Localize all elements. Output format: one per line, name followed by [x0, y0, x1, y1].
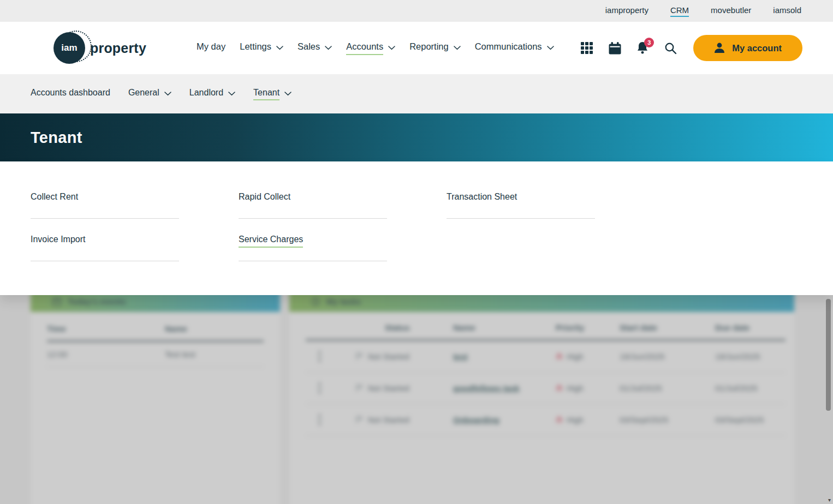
chevron-down-icon — [284, 92, 291, 96]
chevron-down-icon — [454, 46, 461, 50]
utility-link-iamproperty[interactable]: iamproperty — [605, 5, 648, 17]
chevron-down-icon — [164, 92, 171, 96]
scrollbar-down-arrow[interactable]: ▾ — [828, 497, 831, 503]
iamproperty-logo[interactable]: iam property — [53, 32, 146, 64]
nav-reporting-label: Reporting — [409, 41, 449, 55]
menu-item-label: Invoice Import — [31, 235, 85, 248]
logo-circle: iam — [53, 32, 85, 64]
subnav-tenant[interactable]: Tenant — [253, 88, 291, 100]
chevron-down-icon — [388, 46, 395, 50]
nav-communications-label: Communications — [475, 41, 542, 55]
chevron-down-icon — [228, 92, 235, 96]
vertical-scrollbar-thumb[interactable] — [826, 299, 831, 411]
logo-wordmark: property — [90, 40, 146, 56]
menu-divider — [447, 218, 595, 219]
subnav-general[interactable]: General — [128, 88, 171, 100]
person-icon — [714, 43, 725, 53]
calendar-icon[interactable] — [608, 41, 621, 55]
my-account-label: My account — [732, 43, 782, 53]
menu-divider — [239, 261, 387, 261]
nav-sales[interactable]: Sales — [297, 41, 332, 55]
search-icon[interactable] — [664, 41, 677, 55]
notifications-bell-icon[interactable]: 3 — [636, 41, 649, 55]
subnav-general-label: General — [128, 88, 159, 100]
menu-item-transaction-sheet[interactable]: Transaction Sheet — [447, 192, 595, 219]
menu-divider — [31, 218, 179, 219]
menu-divider — [31, 261, 179, 261]
chevron-down-icon — [276, 46, 283, 50]
nav-communications[interactable]: Communications — [475, 41, 554, 55]
chevron-down-icon — [325, 46, 332, 50]
header-icons: 3 — [580, 41, 677, 55]
menu-item-invoice-import[interactable]: Invoice Import — [31, 235, 179, 261]
menu-item-rapid-collect[interactable]: Rapid Collect — [239, 192, 387, 219]
nav-lettings-label: Lettings — [240, 41, 271, 55]
subnav-tenant-label: Tenant — [253, 88, 279, 100]
nav-accounts[interactable]: Accounts — [346, 41, 395, 55]
utility-bar: iamproperty CRM movebutler iamsold — [0, 0, 833, 22]
menu-item-label: Service Charges — [239, 235, 303, 248]
nav-accounts-label: Accounts — [346, 41, 383, 55]
utility-link-crm[interactable]: CRM — [670, 5, 689, 17]
apps-grid-icon[interactable] — [580, 41, 593, 55]
accounts-sub-nav: Accounts dashboard General Landlord Tena… — [0, 74, 833, 113]
subnav-accounts-dashboard[interactable]: Accounts dashboard — [31, 88, 110, 100]
nav-my-day-label: My day — [197, 41, 225, 55]
main-nav: My day Lettings Sales Accounts Reporting… — [197, 41, 554, 55]
menu-item-service-charges[interactable]: Service Charges — [239, 235, 387, 261]
tenant-menu-grid: Collect Rent Rapid Collect Transaction S… — [0, 161, 833, 277]
main-header: iam property My day Lettings Sales Accou… — [0, 22, 833, 74]
menu-divider — [239, 218, 387, 219]
menu-item-label: Transaction Sheet — [447, 192, 517, 205]
subnav-accounts-dashboard-label: Accounts dashboard — [31, 88, 110, 100]
my-account-button[interactable]: My account — [693, 35, 802, 61]
menu-item-label: Rapid Collect — [239, 192, 290, 205]
nav-my-day[interactable]: My day — [197, 41, 225, 55]
utility-link-iamsold[interactable]: iamsold — [773, 5, 801, 17]
page-title: Tenant — [31, 129, 82, 147]
subnav-landlord-label: Landlord — [189, 88, 223, 100]
chevron-down-icon — [547, 46, 554, 50]
menu-item-collect-rent[interactable]: Collect Rent — [31, 192, 179, 219]
tenant-banner: Tenant — [0, 113, 833, 161]
menu-item-label: Collect Rent — [31, 192, 78, 205]
utility-link-movebutler[interactable]: movebutler — [711, 5, 751, 17]
subnav-landlord[interactable]: Landlord — [189, 88, 235, 100]
nav-lettings[interactable]: Lettings — [240, 41, 283, 55]
nav-sales-label: Sales — [297, 41, 320, 55]
tenant-dropdown-panel: Collect Rent Rapid Collect Transaction S… — [0, 161, 833, 295]
nav-reporting[interactable]: Reporting — [409, 41, 461, 55]
content-region: Today's events Time Name 12:00 Test test — [0, 113, 833, 504]
notification-count-badge: 3 — [644, 38, 654, 47]
